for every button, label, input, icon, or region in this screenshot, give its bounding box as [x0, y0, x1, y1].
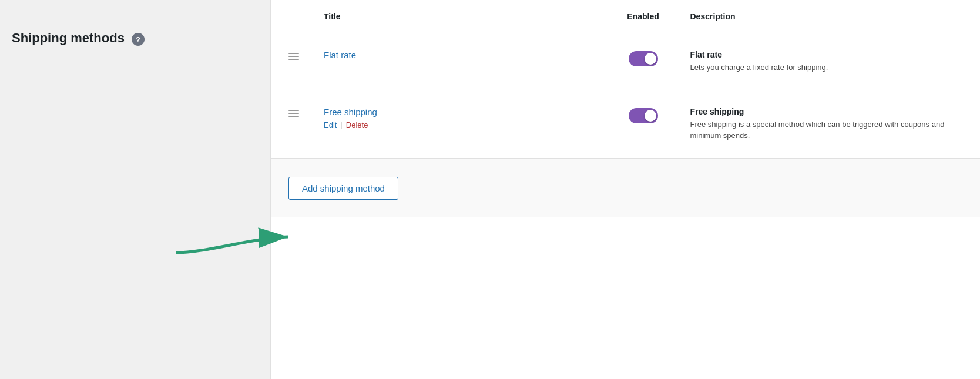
toggle-thumb [645, 53, 656, 65]
table-row: Free shipping Edit | Delete Free shippin… [271, 90, 980, 159]
toggle-thumb [645, 110, 656, 122]
drag-handle-icon[interactable] [288, 107, 324, 119]
free-shipping-toggle[interactable] [629, 108, 658, 123]
col-header-description: Description [690, 12, 963, 21]
free-shipping-link[interactable]: Free shipping [324, 107, 596, 117]
delete-link[interactable]: Delete [346, 120, 368, 129]
svg-rect-5 [288, 116, 299, 117]
help-icon[interactable]: ? [132, 33, 145, 46]
flat-rate-link[interactable]: Flat rate [324, 50, 596, 60]
description-cell-flat-rate: Flat rate Lets you charge a fixed rate f… [690, 50, 963, 73]
sidebar: Shipping methods ? [0, 0, 270, 379]
drag-handle-icon[interactable] [288, 50, 324, 62]
description-title: Flat rate [690, 50, 963, 59]
row-title-cell: Free shipping Edit | Delete [324, 107, 596, 129]
toggle-cell-free-shipping[interactable] [596, 107, 690, 123]
shipping-methods-table: Title Enabled Description Flat rate [270, 0, 980, 379]
col-header-enabled: Enabled [596, 12, 690, 21]
flat-rate-toggle[interactable] [629, 51, 658, 66]
row-title-cell: Flat rate [324, 50, 596, 60]
row-actions: Edit | Delete [324, 120, 596, 129]
section-title: Shipping methods [12, 31, 125, 46]
description-title: Free shipping [690, 107, 963, 116]
description-text: Free shipping is a special method which … [690, 119, 963, 142]
add-method-row: Add shipping method [271, 159, 980, 217]
svg-rect-3 [288, 110, 299, 111]
table-header: Title Enabled Description [271, 0, 980, 33]
action-separator: | [340, 120, 342, 129]
table-row: Flat rate Flat rate Lets you charge a fi… [271, 33, 980, 90]
svg-rect-2 [288, 59, 299, 60]
add-shipping-method-button[interactable]: Add shipping method [288, 177, 398, 200]
edit-link[interactable]: Edit [324, 120, 337, 129]
col-header-title: Title [324, 12, 596, 21]
svg-rect-0 [288, 53, 299, 54]
description-cell-free-shipping: Free shipping Free shipping is a special… [690, 107, 963, 142]
toggle-cell-flat-rate[interactable] [596, 50, 690, 66]
description-text: Lets you charge a fixed rate for shippin… [690, 62, 963, 73]
svg-rect-1 [288, 56, 299, 57]
svg-rect-4 [288, 113, 299, 114]
